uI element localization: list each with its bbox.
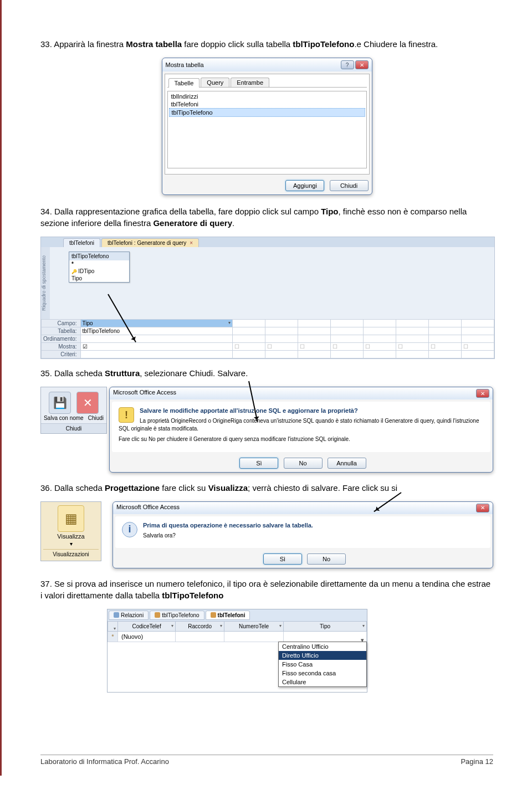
msgbox-text: Fare clic su No per chiudere il Generato… (119, 435, 484, 443)
cancel-button[interactable]: Annulla (328, 458, 366, 469)
show-checkbox[interactable] (80, 342, 232, 350)
list-item-selected[interactable]: tblTipoTelefono (169, 108, 365, 117)
close-label: Chiudi (88, 415, 104, 421)
no-button[interactable]: No (307, 553, 346, 565)
designer-tab[interactable]: tblTelefoni (63, 238, 100, 247)
view-label[interactable]: Visualizza (43, 533, 99, 540)
step-35: 35. Dalla scheda Struttura, selezionare … (40, 368, 493, 379)
new-row-indicator: * (108, 631, 118, 642)
step-37: 37. Se si prova ad inserisce un numero t… (40, 578, 493, 601)
list-item[interactable]: tblIndirizzi (169, 93, 365, 100)
grid-label-criteri: Criteri: (42, 350, 81, 358)
msgbox-close-button[interactable]: ✕ (476, 504, 489, 512)
save-as-icon[interactable]: 💾 (49, 392, 71, 414)
table-listbox[interactable]: tblIndirizzi tblTelefoni tblTipoTelefono (167, 91, 367, 168)
datasheet-cell[interactable] (176, 631, 224, 642)
grid-tabella-cell[interactable]: tblTipoTelefono (80, 327, 232, 335)
grid-label-tabella: Tabella: (42, 327, 81, 335)
dialog-titlebar: Mostra tabella ? ✕ (162, 58, 372, 71)
column-header[interactable]: Raccordo (176, 621, 224, 631)
tipo-dropdown-cell[interactable]: Centralino Ufficio Diretto Ufficio Fisso… (284, 631, 367, 642)
tab-entrambe[interactable]: Entrambe (231, 78, 269, 87)
relations-icon (114, 612, 119, 618)
tipo-dropdown-list[interactable]: Centralino Ufficio Diretto Ufficio Fisso… (278, 642, 367, 687)
datasheet-cell[interactable]: (Nuovo) (118, 631, 176, 642)
step-num: 37. (40, 579, 52, 588)
yes-button[interactable]: Sì (239, 458, 278, 469)
list-item[interactable]: tblTelefoni (169, 100, 365, 108)
designer-tab-active[interactable]: tblTelefoni : Generatore di query× (101, 238, 199, 247)
dropdown-option[interactable]: Fisso Casa (279, 660, 366, 669)
close-button[interactable]: ✕ (355, 60, 369, 69)
grid-campo-cell[interactable]: Tipo (80, 319, 232, 327)
tab-tabelle[interactable]: Tabelle (168, 78, 200, 88)
close-icon[interactable]: ✕ (76, 392, 99, 414)
table-icon (155, 612, 160, 618)
dropdown-arrow-icon[interactable]: ▾ (43, 541, 99, 547)
table-box-header: tblTipoTelefono (69, 252, 129, 260)
table-box[interactable]: tblTipoTelefono * IDTipo Tipo (69, 252, 130, 283)
show-table-dialog: Mostra tabella ? ✕ Tabelle Query Entramb… (162, 58, 372, 195)
ribbon-close-group: 💾 ✕ Salva con nome Chiudi Chiudi (40, 387, 107, 434)
add-button[interactable]: Aggiungi (285, 180, 324, 191)
datasheet-grid[interactable]: CodiceTelef Raccordo NumeroTele Tipo * (… (108, 621, 367, 642)
column-header[interactable]: NumeroTele (224, 621, 284, 631)
grid-label-ordinamento: Ordinamento: (42, 335, 81, 342)
footer-right: Pagina 12 (461, 757, 493, 766)
grid-label-campo: Campo: (42, 319, 81, 327)
ribbon-group-label: Visualizzazioni (43, 549, 99, 557)
step-34: 34. Dalla rappresentazione grafica della… (40, 206, 493, 229)
tab-query[interactable]: Query (201, 78, 229, 87)
datasheet-tab[interactable]: tblTipoTelefono (150, 611, 204, 620)
dropdown-option[interactable]: Fisso seconda casa (279, 669, 366, 678)
msgbox-title: Microsoft Office Access (113, 389, 176, 398)
datasheet-tab-relazioni[interactable]: Relazioni (109, 611, 149, 620)
nav-pane-label: Riquadro di spostamento (41, 247, 50, 319)
step-36: 36. Dalla scheda Progettazione fare clic… (40, 483, 493, 494)
table-icon (211, 612, 216, 618)
save-table-messagebox: Microsoft Office Access ✕ i Prima di que… (112, 501, 493, 569)
dropdown-option[interactable]: Cellulare (279, 678, 366, 686)
msgbox-heading: Salvare le modifiche apportate all'istru… (119, 407, 484, 414)
msgbox-heading: Prima di questa operazione è necessario … (122, 522, 484, 529)
msgbox-text: Salvarla ora? (122, 532, 484, 540)
datasheet-tab-active[interactable]: tblTelefoni (206, 611, 250, 620)
step-33: 33. Apparirà la finestra Mostra tabella … (40, 39, 493, 50)
step-num: 33. (40, 39, 52, 49)
field-idtipo[interactable]: IDTipo (69, 268, 129, 275)
save-as-label: Salva con nome (44, 415, 84, 421)
row-selector-header (108, 621, 118, 631)
warning-icon: ! (119, 407, 134, 423)
save-sql-messagebox: Microsoft Office Access ✕ ! Salvare le m… (109, 387, 493, 473)
ribbon-group-label: Chiudi (41, 423, 106, 433)
yes-button[interactable]: Sì (263, 553, 302, 565)
help-button[interactable]: ? (341, 60, 354, 69)
field-tipo[interactable]: Tipo (69, 275, 129, 282)
ribbon-view-group: ▦ Visualizza ▾ Visualizzazioni (40, 501, 101, 561)
datasheet-view: Relazioni tblTipoTelefono tblTelefoni Co… (107, 609, 367, 693)
dropdown-option[interactable]: Centralino Ufficio (279, 642, 366, 651)
tab-close-icon[interactable]: × (190, 240, 193, 246)
column-header[interactable]: CodiceTelef (118, 621, 176, 631)
msgbox-close-button[interactable]: ✕ (476, 389, 489, 398)
dropdown-option-selected[interactable]: Diretto Ufficio (279, 651, 366, 660)
no-button[interactable]: No (284, 458, 323, 469)
step-num: 36. (40, 483, 52, 493)
grid-label-mostra: Mostra: (42, 342, 81, 350)
footer-left: Laboratorio di Informatica Prof. Accarin… (40, 757, 169, 766)
info-icon: i (122, 522, 137, 537)
step-num: 35. (40, 368, 52, 378)
field-star[interactable]: * (69, 260, 129, 268)
query-designer: tblTelefoni tblTelefoni : Generatore di … (40, 237, 495, 359)
query-grid[interactable]: Campo:Tipo Tabella:tblTipoTelefono Ordin… (41, 319, 494, 358)
datasheet-cell[interactable] (224, 631, 284, 642)
page-footer: Laboratorio di Informatica Prof. Accarin… (40, 755, 493, 766)
view-icon[interactable]: ▦ (58, 505, 84, 532)
column-header[interactable]: Tipo (284, 621, 367, 631)
msgbox-text: La proprietà OrigineRecord o OrigineRiga… (119, 417, 484, 432)
msgbox-title: Microsoft Office Access (116, 504, 180, 512)
close-dialog-button[interactable]: Chiudi (330, 180, 369, 191)
step-num: 34. (40, 207, 52, 216)
dialog-title: Mostra tabella (166, 61, 204, 68)
